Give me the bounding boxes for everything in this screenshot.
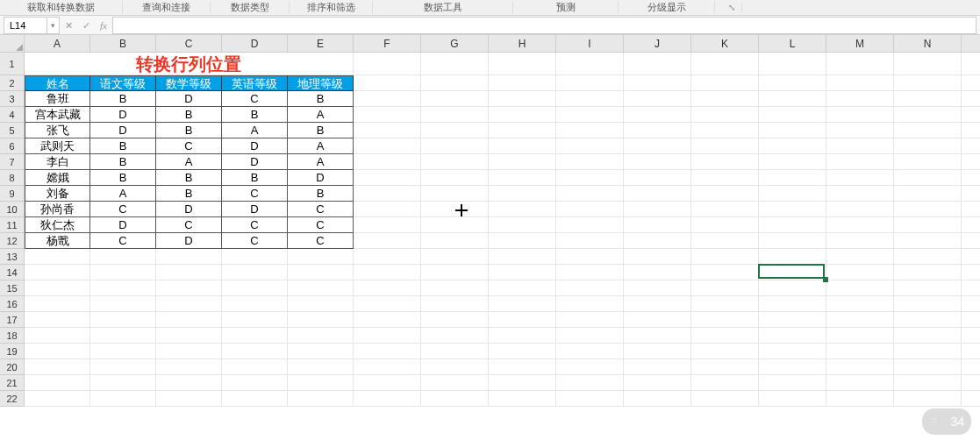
cell-D16[interactable] [222, 296, 288, 312]
cell-J15[interactable] [624, 280, 691, 296]
table-cell-r2-c1[interactable]: D [90, 123, 156, 138]
cancel-formula-button[interactable]: ✕ [60, 17, 77, 34]
cell-H3[interactable] [489, 91, 556, 107]
enter-formula-button[interactable]: ✓ [77, 17, 95, 34]
table-cell-r6-c1[interactable]: A [90, 186, 156, 202]
cell-C18[interactable] [156, 328, 222, 344]
cell-K18[interactable] [691, 328, 759, 344]
cell-J12[interactable] [624, 233, 691, 249]
cell-K11[interactable] [691, 217, 759, 233]
cell-K22[interactable] [691, 391, 759, 407]
cell-K19[interactable] [691, 344, 759, 359]
column-header-M[interactable]: M [826, 35, 894, 53]
cell-F7[interactable] [354, 154, 421, 170]
cell-G6[interactable] [421, 138, 489, 154]
table-cell-r5-c0[interactable]: 嫦娥 [25, 170, 90, 186]
cell-H15[interactable] [489, 280, 556, 296]
cell-N1[interactable] [894, 53, 962, 75]
cell-O10[interactable] [962, 202, 980, 217]
name-box-dropdown[interactable]: ▾ [47, 17, 60, 34]
cell-L11[interactable] [759, 217, 826, 233]
cell-O11[interactable] [962, 217, 980, 233]
cell-B21[interactable] [90, 375, 156, 391]
table-cell-r4-c4[interactable]: A [288, 154, 354, 170]
row-header-6[interactable]: 6 [0, 138, 25, 154]
cell-M12[interactable] [826, 233, 894, 249]
cell-J17[interactable] [624, 312, 691, 328]
cell-G15[interactable] [421, 280, 489, 296]
cell-N22[interactable] [894, 391, 962, 407]
cell-A18[interactable] [25, 328, 90, 344]
cell-L22[interactable] [759, 391, 826, 407]
ribbon-group-data-types[interactable]: 数据类型 [211, 1, 290, 14]
cell-K15[interactable] [691, 280, 759, 296]
cell-N13[interactable] [894, 249, 962, 265]
cell-I7[interactable] [556, 154, 624, 170]
spreadsheet-grid[interactable]: 12345678910111213141516171819202122ABCDE… [0, 35, 980, 440]
column-header-F[interactable]: F [354, 35, 421, 53]
cell-N16[interactable] [894, 296, 962, 312]
cell-M9[interactable] [826, 186, 894, 202]
table-header-1[interactable]: 语文等级 [90, 75, 156, 91]
table-cell-r7-c1[interactable]: C [90, 202, 156, 217]
cell-I10[interactable] [556, 202, 624, 217]
table-header-3[interactable]: 英语等级 [222, 75, 288, 91]
cell-N5[interactable] [894, 123, 962, 138]
cell-E19[interactable] [288, 344, 354, 359]
cell-O3[interactable] [962, 91, 980, 107]
cell-H5[interactable] [489, 123, 556, 138]
cell-C13[interactable] [156, 249, 222, 265]
cell-L13[interactable] [759, 249, 826, 265]
cell-O14[interactable] [962, 265, 980, 280]
cell-E15[interactable] [288, 280, 354, 296]
cell-K21[interactable] [691, 375, 759, 391]
table-cell-r3-c2[interactable]: C [156, 138, 222, 154]
table-cell-r0-c1[interactable]: B [90, 91, 156, 107]
cell-G7[interactable] [421, 154, 489, 170]
cell-N2[interactable] [894, 75, 962, 91]
table-cell-r1-c2[interactable]: B [156, 107, 222, 123]
cell-L1[interactable] [759, 53, 826, 75]
cell-H8[interactable] [489, 170, 556, 186]
cell-J11[interactable] [624, 217, 691, 233]
column-header-N[interactable]: N [894, 35, 962, 53]
cell-F9[interactable] [354, 186, 421, 202]
cell-N15[interactable] [894, 280, 962, 296]
cell-M20[interactable] [826, 359, 894, 375]
cell-L8[interactable] [759, 170, 826, 186]
cell-G22[interactable] [421, 391, 489, 407]
ribbon-group-data-tools[interactable]: 数据工具 [373, 1, 513, 14]
cell-K16[interactable] [691, 296, 759, 312]
cell-B15[interactable] [90, 280, 156, 296]
table-header-4[interactable]: 地理等级 [288, 75, 354, 91]
cell-F17[interactable] [354, 312, 421, 328]
cell-N12[interactable] [894, 233, 962, 249]
cell-L20[interactable] [759, 359, 826, 375]
cell-N11[interactable] [894, 217, 962, 233]
cell-L16[interactable] [759, 296, 826, 312]
cell-G2[interactable] [421, 75, 489, 91]
table-cell-r6-c2[interactable]: B [156, 186, 222, 202]
row-header-19[interactable]: 19 [0, 344, 25, 359]
cell-E22[interactable] [288, 391, 354, 407]
cell-H13[interactable] [489, 249, 556, 265]
table-cell-r0-c2[interactable]: D [156, 91, 222, 107]
cell-H11[interactable] [489, 217, 556, 233]
table-cell-r9-c4[interactable]: C [288, 233, 354, 249]
table-cell-r8-c1[interactable]: D [90, 217, 156, 233]
cell-M14[interactable] [826, 265, 894, 280]
cell-H20[interactable] [489, 359, 556, 375]
cell-F22[interactable] [354, 391, 421, 407]
table-cell-r4-c2[interactable]: A [156, 154, 222, 170]
cell-M2[interactable] [826, 75, 894, 91]
table-title[interactable]: 转换行列位置 [25, 53, 354, 75]
table-cell-r2-c3[interactable]: A [222, 123, 288, 138]
cell-O16[interactable] [962, 296, 980, 312]
table-cell-r3-c1[interactable]: B [90, 138, 156, 154]
table-cell-r1-c4[interactable]: A [288, 107, 354, 123]
cell-M6[interactable] [826, 138, 894, 154]
row-header-17[interactable]: 17 [0, 312, 25, 328]
cell-J8[interactable] [624, 170, 691, 186]
ribbon-group-get-transform[interactable]: 获取和转换数据 [0, 1, 123, 14]
table-cell-r4-c0[interactable]: 李白 [25, 154, 90, 170]
